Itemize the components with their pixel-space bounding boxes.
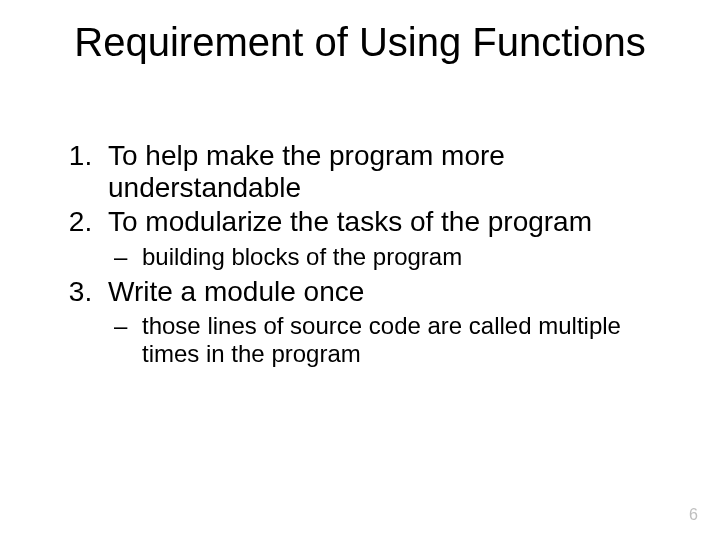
page-number: 6 [689,506,698,524]
list-item-text: To help make the program more understand… [108,140,505,203]
sub-list-item-text: building blocks of the program [142,243,462,270]
slide: Requirement of Using Functions To help m… [0,0,720,540]
list-item: Write a module once those lines of sourc… [100,276,680,367]
sub-list: those lines of source code are called mu… [108,312,680,367]
sub-list: building blocks of the program [108,243,680,271]
sub-list-item: building blocks of the program [114,243,680,271]
list-item-text: Write a module once [108,276,364,307]
slide-title: Requirement of Using Functions [0,20,720,65]
outline-list: To help make the program more understand… [40,140,680,368]
list-item-text: To modularize the tasks of the program [108,206,592,237]
sub-list-item-text: those lines of source code are called mu… [142,312,621,367]
sub-list-item: those lines of source code are called mu… [114,312,680,367]
slide-body: To help make the program more understand… [40,140,680,374]
list-item: To help make the program more understand… [100,140,680,204]
list-item: To modularize the tasks of the program b… [100,206,680,270]
